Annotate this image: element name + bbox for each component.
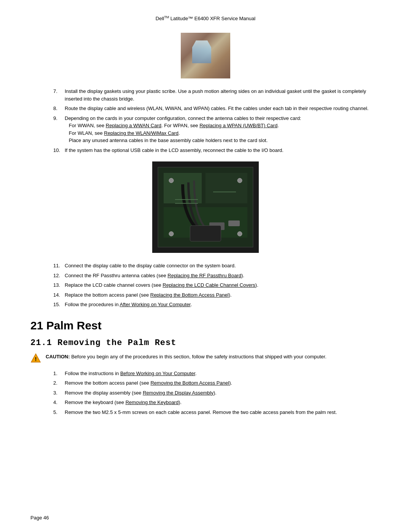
step-7-text: Install the display gaskets using your p… — [65, 88, 381, 102]
link-replacing-bottom-access[interactable]: Replacing the Bottom Access Panel — [150, 292, 229, 298]
svg-rect-3 — [206, 173, 247, 203]
palm-step-2: 2. Remove the bottom access panel (see R… — [53, 379, 381, 387]
step-12-text: Connect the RF Passthru antenna cables (… — [65, 272, 381, 280]
step-11: 11. Connect the display cable to the dis… — [53, 262, 381, 270]
section-21-title: 21 Palm Rest — [30, 319, 381, 332]
step-13-text: Replace the LCD cable channel covers (se… — [65, 281, 381, 289]
step-15-num: 15. — [53, 301, 62, 308]
step-8: 8. Route the display cable and wireless … — [53, 105, 381, 112]
link-wlan-card[interactable]: Replacing the WLAN/WiMax Card — [104, 130, 178, 136]
step-11-text: Connect the display cable to the display… — [65, 262, 381, 270]
step-10-num: 10. — [53, 147, 62, 154]
page: DellTM Latitude™ E6400 XFR Service Manua… — [0, 0, 411, 532]
palm-step-4-num: 4. — [53, 399, 62, 406]
palm-step-2-text: Remove the bottom access panel (see Remo… — [65, 379, 381, 387]
caution-icon: ! — [30, 353, 41, 364]
link-removing-keyboard[interactable]: Removing the Keyboard — [126, 399, 178, 405]
caution-box: ! CAUTION: Before you begin any of the p… — [30, 353, 381, 364]
link-removing-display[interactable]: Removing the Display Assembly — [143, 390, 213, 396]
palm-step-3: 3. Remove the display assembly (see Remo… — [53, 389, 381, 397]
svg-point-7 — [169, 178, 174, 183]
palm-rest-steps: 1. Follow the instructions in Before Wor… — [53, 370, 381, 416]
step-12: 12. Connect the RF Passthru antenna cabl… — [53, 272, 381, 280]
top-image-container — [30, 33, 381, 78]
link-before-working[interactable]: Before Working on Your Computer — [120, 371, 195, 376]
top-image — [181, 33, 230, 78]
link-wwan-card[interactable]: Replacing a WWAN Card — [106, 123, 161, 128]
palm-step-4-text: Remove the keyboard (see Removing the Ke… — [65, 399, 381, 406]
palm-step-3-text: Remove the display assembly (see Removin… — [65, 389, 381, 397]
step-9-num: 9. — [53, 115, 62, 144]
palm-step-1-num: 1. — [53, 370, 62, 377]
palm-step-4: 4. Remove the keyboard (see Removing the… — [53, 399, 381, 406]
step-9: 9. Depending on the cards in your comput… — [53, 115, 381, 144]
page-header: DellTM Latitude™ E6400 XFR Service Manua… — [30, 15, 381, 21]
link-removing-bottom-access[interactable]: Removing the Bottom Access Panel — [150, 380, 229, 386]
palm-step-3-num: 3. — [53, 389, 62, 397]
steps-7-10: 7. Install the display gaskets using you… — [53, 88, 381, 154]
step-12-num: 12. — [53, 272, 62, 280]
caution-label: CAUTION: — [46, 354, 70, 359]
step-7-num: 7. — [53, 88, 62, 102]
palm-step-5-num: 5. — [53, 409, 62, 416]
page-footer: Page 46 — [30, 515, 49, 521]
step-10: 10. If the system has the optional USB c… — [53, 147, 381, 154]
svg-point-8 — [237, 178, 242, 183]
link-rf-passthru[interactable]: Replacing the RF Passthru Board — [167, 273, 241, 278]
step-10-text: If the system has the optional USB cable… — [65, 147, 381, 154]
step-11-num: 11. — [53, 262, 62, 270]
step-14-num: 14. — [53, 291, 62, 299]
palm-step-2-num: 2. — [53, 379, 62, 387]
middle-image-content — [152, 161, 259, 253]
step-9-content: Depending on the cards in your computer … — [65, 115, 381, 144]
palm-step-1-text: Follow the instructions in Before Workin… — [65, 370, 381, 377]
header-text: DellTM Latitude™ E6400 XFR Service Manua… — [156, 16, 255, 21]
link-lcd-channel-covers[interactable]: Replacing the LCD Cable Channel Covers — [162, 282, 255, 288]
steps-11-15: 11. Connect the display cable to the dis… — [53, 262, 381, 308]
middle-image-container — [30, 161, 381, 253]
svg-rect-6 — [228, 220, 240, 226]
step-13: 13. Replace the LCD cable channel covers… — [53, 281, 381, 289]
palm-step-5-text: Remove the two M2.5 x 5-mm screws on eac… — [65, 409, 381, 416]
caution-text: CAUTION: Before you begin any of the pro… — [46, 353, 327, 361]
step-13-num: 13. — [53, 281, 62, 289]
top-image-content — [181, 33, 230, 78]
step-15-text: Follow the procedures in After Working o… — [65, 301, 381, 308]
link-after-working[interactable]: After Working on Your Computer — [120, 302, 191, 307]
step-7: 7. Install the display gaskets using you… — [53, 88, 381, 102]
svg-rect-5 — [209, 222, 225, 230]
subsection-21-1-title: 21.1 Removing the Palm Rest — [30, 338, 381, 348]
page-number: Page 46 — [30, 515, 49, 521]
middle-image — [152, 161, 259, 253]
step-8-text: Route the display cable and wireless (WL… — [65, 105, 381, 112]
svg-point-10 — [237, 232, 242, 236]
step-8-num: 8. — [53, 105, 62, 112]
step-14-text: Replace the bottom access panel (see Rep… — [65, 291, 381, 299]
step-14: 14. Replace the bottom access panel (see… — [53, 291, 381, 299]
step-15: 15. Follow the procedures in After Worki… — [53, 301, 381, 308]
svg-text:!: ! — [35, 356, 37, 362]
svg-point-9 — [169, 232, 174, 236]
link-wpan-card[interactable]: Replacing a WPAN (UWB/BT) Card — [199, 123, 277, 128]
palm-step-5: 5. Remove the two M2.5 x 5-mm screws on … — [53, 409, 381, 416]
palm-step-1: 1. Follow the instructions in Before Wor… — [53, 370, 381, 377]
